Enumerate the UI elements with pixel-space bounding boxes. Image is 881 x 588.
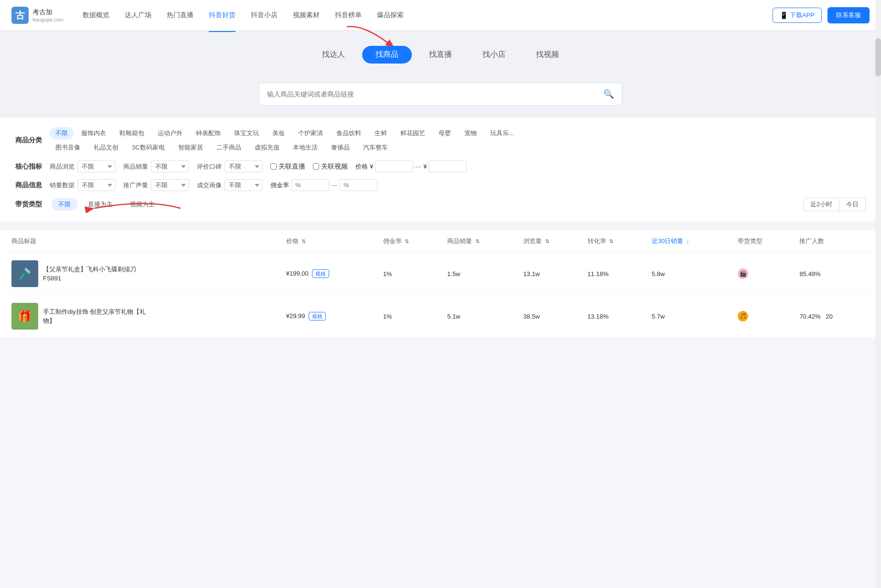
spec-badge-1[interactable]: 规格 bbox=[312, 269, 329, 278]
cargo-label: 带货类型 bbox=[15, 200, 46, 209]
cat-tag-jewelry[interactable]: 珠宝文玩 bbox=[228, 127, 265, 139]
col-sales[interactable]: 商品销量 ⇅ bbox=[443, 230, 519, 253]
cat-tag-pets[interactable]: 宠物 bbox=[459, 127, 483, 139]
cat-tag-fresh[interactable]: 生鲜 bbox=[369, 127, 393, 139]
commission-label: 佣金率 bbox=[270, 181, 289, 190]
logo-icon: 古 bbox=[11, 7, 29, 24]
col-conversion[interactable]: 转化率 ⇅ bbox=[584, 230, 648, 253]
tab-find-shop[interactable]: 找小店 bbox=[469, 46, 519, 64]
cat-tag-flowers[interactable]: 鲜花园艺 bbox=[395, 127, 431, 139]
tab-find-video[interactable]: 找视频 bbox=[523, 46, 572, 64]
tab-find-talent[interactable]: 找达人 bbox=[309, 46, 358, 64]
time-btn-today[interactable]: 今日 bbox=[839, 198, 866, 211]
nav-talent-square[interactable]: 达人广场 bbox=[125, 9, 151, 21]
table-row: 🪒 【父亲节礼盒】飞科小飞碟剃须刀FS891 ¥199.00 规格 1% 1.5… bbox=[8, 253, 873, 295]
cargo-tag-video[interactable]: 视频为主 bbox=[123, 198, 161, 211]
col-commission[interactable]: 佣金率 ⇅ bbox=[379, 230, 443, 253]
nav-douyin-shop[interactable]: 抖音小店 bbox=[251, 9, 278, 21]
category-filter-row: 商品分类 不限 服饰内衣 鞋靴箱包 运动户外 钟表配饰 珠宝文玩 美妆 个护家清… bbox=[15, 127, 866, 154]
col-price[interactable]: 价格 ⇅ bbox=[282, 230, 379, 253]
cat-tag-local[interactable]: 本地生活 bbox=[287, 141, 323, 154]
cat-tag-virtual[interactable]: 虚拟充值 bbox=[249, 141, 285, 154]
cat-tag-auto[interactable]: 汽车整车 bbox=[357, 141, 394, 154]
products-table: 商品标题 价格 ⇅ 佣金率 ⇅ 商品销量 ⇅ 浏览量 ⇅ bbox=[8, 230, 873, 338]
product-info-1: 🪒 【父亲节礼盒】飞科小飞碟剃须刀FS891 bbox=[11, 260, 279, 287]
time-buttons: 近2小时 今日 bbox=[803, 198, 866, 211]
price-value-2: ¥29.99 bbox=[286, 312, 305, 320]
product-info-2: 🎁 手工制作diy挂饰 创意父亲节礼物【礼物】 bbox=[11, 303, 279, 330]
cat-tag-sports[interactable]: 运动户外 bbox=[152, 127, 188, 139]
commission-range: 佣金率 — bbox=[270, 179, 377, 191]
nav-data-overview[interactable]: 数据概览 bbox=[83, 9, 109, 21]
core-filter-sales: 商品销量 不限 bbox=[123, 160, 189, 172]
info-promotion-select[interactable]: 不限 bbox=[151, 179, 189, 191]
table-section: 商品标题 价格 ⇅ 佣金率 ⇅ 商品销量 ⇅ 浏览量 ⇅ bbox=[0, 230, 881, 338]
cat-tag-gifts[interactable]: 礼品文创 bbox=[88, 141, 124, 154]
cat-tag-baby[interactable]: 母婴 bbox=[433, 127, 457, 139]
core-linked-live[interactable]: 关联直播 bbox=[270, 162, 305, 171]
cat-tag-books[interactable]: 图书音像 bbox=[50, 141, 86, 154]
cat-tag-secondhand[interactable]: 二手商品 bbox=[211, 141, 247, 154]
conversion-cell-1: 11.18% bbox=[584, 253, 648, 295]
cat-tag-food[interactable]: 食品饮料 bbox=[331, 127, 367, 139]
price-value-1: ¥199.00 bbox=[286, 270, 309, 277]
core-rating-select[interactable]: 不限 bbox=[225, 160, 263, 172]
tab-find-product[interactable]: 找商品 bbox=[362, 46, 412, 64]
cat-tag-watches[interactable]: 钟表配饰 bbox=[190, 127, 226, 139]
info-label: 商品信息 bbox=[15, 181, 46, 190]
contact-button[interactable]: 联系客服 bbox=[827, 7, 870, 23]
commission-to-input[interactable] bbox=[339, 179, 377, 191]
conversion-cell-2: 13.18% bbox=[584, 295, 648, 338]
scroll-thumb[interactable] bbox=[875, 38, 881, 76]
price-to-input[interactable] bbox=[429, 160, 467, 172]
download-app-button[interactable]: 📱 下载APP bbox=[773, 8, 822, 23]
sort-icon-sales: ⇅ bbox=[475, 238, 480, 245]
sort-icon-monthly: ↓ bbox=[687, 238, 689, 244]
cargo-type-cell-1: 🎬 bbox=[734, 253, 795, 295]
time-btn-2h[interactable]: 近2小时 bbox=[803, 198, 839, 211]
cargo-tag-live[interactable]: 直播为主 bbox=[81, 198, 119, 211]
nav-video-material[interactable]: 视频素材 bbox=[293, 9, 320, 21]
info-portrait-label: 成交画像 bbox=[197, 181, 222, 190]
nav-hot-live[interactable]: 热门直播 bbox=[167, 9, 193, 21]
cat-tag-shoes[interactable]: 鞋靴箱包 bbox=[114, 127, 150, 139]
product-cell-1: 🪒 【父亲节礼盒】飞科小飞碟剃须刀FS891 bbox=[8, 253, 282, 295]
cat-tag-beauty[interactable]: 美妆 bbox=[267, 127, 290, 139]
cargo-icon-1: 🎬 bbox=[738, 268, 748, 279]
nav-douyin-goods[interactable]: 抖音好货 bbox=[209, 9, 236, 21]
spec-badge-2[interactable]: 规格 bbox=[309, 312, 326, 321]
cat-tag-clothing[interactable]: 服饰内衣 bbox=[75, 127, 112, 139]
col-monthly-sales[interactable]: 近30日销量 ↓ bbox=[648, 230, 734, 253]
price-label: 价格 bbox=[355, 162, 368, 171]
nav-douyin-charts[interactable]: 抖音榜单 bbox=[335, 9, 362, 21]
cat-tag-toys[interactable]: 玩具乐... bbox=[484, 127, 520, 139]
core-views-select[interactable]: 不限 bbox=[77, 160, 116, 172]
category-label: 商品分类 bbox=[15, 136, 46, 145]
linked-live-checkbox[interactable] bbox=[270, 163, 277, 170]
nav-trending-products[interactable]: 爆品探索 bbox=[377, 9, 404, 21]
info-sales-select[interactable]: 不限 bbox=[77, 179, 116, 191]
cat-tag-smart-home[interactable]: 智能家居 bbox=[172, 141, 209, 154]
scrollbar[interactable] bbox=[875, 0, 881, 338]
product-cell-2: 🎁 手工制作diy挂饰 创意父亲节礼物【礼物】 bbox=[8, 295, 282, 338]
sort-icon-price: ⇅ bbox=[301, 238, 306, 245]
cargo-tags-container: 不限 直播为主 视频为主 bbox=[52, 198, 161, 211]
cat-tag-personal-care[interactable]: 个护家清 bbox=[292, 127, 329, 139]
core-sales-select[interactable]: 不限 bbox=[151, 160, 189, 172]
info-filter-group: 销量数据 不限 推广声量 不限 成交画像 不限 佣金率 — bbox=[50, 179, 377, 191]
core-linked-video[interactable]: 关联视频 bbox=[313, 162, 348, 171]
linked-video-checkbox[interactable] bbox=[313, 163, 319, 170]
cat-tag-all[interactable]: 不限 bbox=[50, 127, 74, 139]
info-portrait-select[interactable]: 不限 bbox=[225, 179, 263, 191]
col-views[interactable]: 浏览量 ⇅ bbox=[519, 230, 583, 253]
cat-tag-electronics[interactable]: 3C数码家电 bbox=[126, 141, 171, 154]
price-from-input[interactable] bbox=[375, 160, 413, 172]
cat-tag-luxury[interactable]: 奢侈品 bbox=[325, 141, 355, 154]
sort-icon-conversion: ⇅ bbox=[609, 238, 613, 245]
price-cell-2: ¥29.99 规格 bbox=[282, 295, 379, 338]
cargo-tag-all[interactable]: 不限 bbox=[52, 198, 77, 211]
monthly-sales-cell-2: 5.7w bbox=[648, 295, 734, 338]
commission-from-input[interactable] bbox=[291, 179, 329, 191]
tab-find-live[interactable]: 找直播 bbox=[416, 46, 465, 64]
search-input[interactable] bbox=[267, 90, 603, 98]
